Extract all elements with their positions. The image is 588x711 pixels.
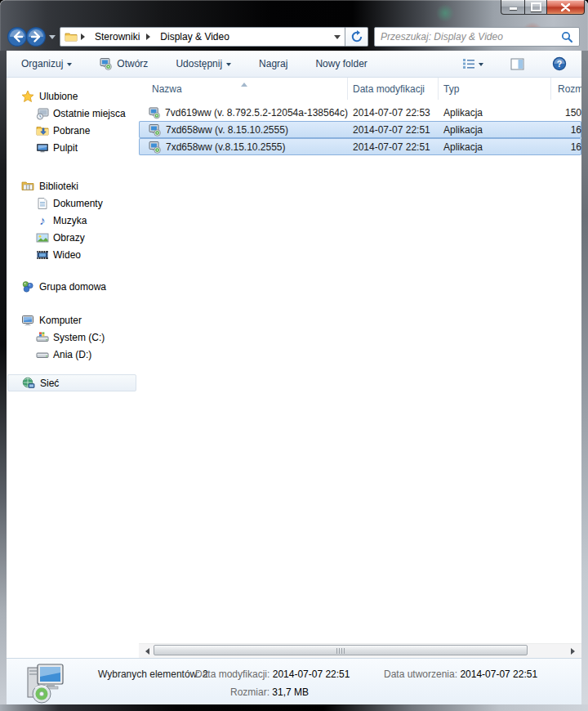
navigation-pane: Ulubione Ostatnie miejsca <box>7 78 139 658</box>
size-value: 31,7 MB <box>272 686 309 698</box>
created-label: Data utworzenia: <box>384 669 457 680</box>
file-modified: 2014-07-07 22:53 <box>348 107 439 118</box>
main-area: Ulubione Ostatnie miejsca <box>7 78 581 658</box>
burn-button[interactable]: Nagraj <box>254 55 292 73</box>
organize-label: Organizuj <box>21 58 63 69</box>
search-icon[interactable] <box>561 31 573 43</box>
maximize-icon <box>531 2 541 11</box>
sidebar-item-pictures[interactable]: Obrazy <box>7 229 139 246</box>
file-modified: 2014-07-07 22:51 <box>348 124 439 136</box>
column-header-type[interactable]: Typ <box>439 78 551 100</box>
sidebar-label: Ania (D:) <box>53 349 91 360</box>
sidebar-item-drive-d[interactable]: Ania (D:) <box>7 346 139 363</box>
documents-icon <box>36 197 49 210</box>
installer-app-icon <box>149 141 162 154</box>
selection-count-label: Wybranych elementów: <box>98 669 200 680</box>
views-icon <box>462 58 475 69</box>
svg-text:?: ? <box>557 59 562 69</box>
scroll-right-button[interactable] <box>568 644 581 658</box>
sidebar-item-libraries[interactable]: Biblioteki <box>7 177 139 195</box>
application-icon <box>100 57 113 70</box>
share-button[interactable]: Udostępnij <box>171 55 236 73</box>
maximize-button[interactable] <box>524 0 547 15</box>
open-label: Otwórz <box>117 58 148 69</box>
recent-pages-dropdown[interactable] <box>49 35 56 42</box>
drive-icon <box>36 348 49 361</box>
sidebar-label: Biblioteki <box>39 181 78 192</box>
file-row[interactable]: 7vd619ww (v. 8.792.5.2-12054a-138564c) 2… <box>139 104 581 121</box>
arrow-right-icon <box>571 648 578 655</box>
computer-icon <box>21 314 34 327</box>
column-header-modified[interactable]: Data modyfikacji <box>348 78 439 100</box>
scrollbar-thumb[interactable] <box>154 645 528 655</box>
sidebar-item-network[interactable]: Sieć <box>7 374 136 391</box>
modified-label: Data modyfikacji: <box>195 669 270 680</box>
breadcrumb-arrow-icon <box>146 34 154 40</box>
address-dropdown-icon[interactable] <box>334 35 341 42</box>
open-button[interactable]: Otwórz <box>95 54 153 74</box>
sidebar-item-documents[interactable]: Dokumenty <box>7 195 139 212</box>
sidebar-label: Sieć <box>40 378 59 389</box>
sidebar-label: Pulpit <box>53 142 78 154</box>
chevron-down-icon <box>67 63 72 69</box>
installer-app-icon <box>149 106 161 119</box>
sidebar-label: Grupa domowa <box>39 281 106 293</box>
sidebar-label: Muzyka <box>53 215 87 226</box>
modified-value: 2014-07-07 22:51 <box>273 669 350 680</box>
file-type: Aplikacja <box>439 107 551 118</box>
command-bar: Organizuj Otwórz Udostępnij Nagr <box>7 51 581 78</box>
refresh-icon <box>350 30 363 43</box>
file-row[interactable]: 7xd658ww (v. 8.15.10.2555) 2014-07-07 22… <box>139 121 581 138</box>
sidebar-item-music[interactable]: ♪ Muzyka <box>7 212 139 229</box>
column-header-size[interactable]: Rozmiar <box>551 78 581 100</box>
close-button[interactable] <box>547 0 585 15</box>
scrollbar-track[interactable] <box>153 644 568 658</box>
share-label: Udostępnij <box>176 58 222 69</box>
details-pane: Wybranych elementów: 2 Data modyfikacji:… <box>7 658 581 704</box>
file-modified: 2014-07-07 22:51 <box>348 141 439 153</box>
new-folder-button[interactable]: Nowy folder <box>310 55 372 73</box>
address-bar[interactable]: Sterowniki Display & Video <box>60 27 345 47</box>
window-border-right <box>581 51 588 704</box>
refresh-button[interactable] <box>345 27 368 47</box>
search-box[interactable]: Przeszukaj: Display & Video <box>374 27 580 47</box>
file-rows: 7vd619ww (v. 8.792.5.2-12054a-138564c) 2… <box>139 104 581 155</box>
sidebar-item-downloads[interactable]: Pobrane <box>7 122 139 139</box>
sidebar-item-desktop[interactable]: Pulpit <box>7 139 139 156</box>
selected-items-icon <box>24 660 69 704</box>
sidebar-item-computer[interactable]: Komputer <box>7 311 139 329</box>
file-name: 7vd619ww (v. 8.792.5.2-12054a-138564c) <box>165 107 348 118</box>
column-headers: Nazwa Data modyfikacji Typ Rozmiar <box>139 78 581 100</box>
forward-button[interactable] <box>25 26 47 47</box>
installer-app-icon <box>149 123 162 136</box>
window-border-bottom <box>0 704 588 711</box>
file-row[interactable]: 7xd658ww (v.8.15.10.2555) 2014-07-07 22:… <box>139 138 581 155</box>
breadcrumb-item-display-video[interactable]: Display & Video <box>157 29 233 45</box>
minimize-button[interactable] <box>501 0 524 15</box>
file-list: Nazwa Data modyfikacji Typ Rozmiar <box>139 78 581 658</box>
change-view-button[interactable] <box>458 55 488 73</box>
sidebar-item-drive-c[interactable]: System (C:) <box>7 329 139 346</box>
sidebar-label: Pobrane <box>53 125 90 136</box>
minimize-icon <box>510 7 517 10</box>
sidebar-item-recent-places[interactable]: Ostatnie miejsca <box>7 105 139 122</box>
new-folder-label: Nowy folder <box>315 58 367 69</box>
help-button[interactable]: ? <box>547 53 572 74</box>
sidebar-label: Dokumenty <box>53 198 103 209</box>
file-list-empty-area[interactable] <box>139 155 581 643</box>
organize-button[interactable]: Organizuj <box>16 55 77 73</box>
breadcrumb-item-sterowniki[interactable]: Sterowniki <box>91 29 143 45</box>
size-label: Rozmiar: <box>230 686 270 698</box>
sidebar-item-homegroup[interactable]: Grupa domowa <box>7 278 139 295</box>
file-type: Aplikacja <box>439 124 551 136</box>
libraries-icon <box>21 180 34 193</box>
scroll-left-button[interactable] <box>139 644 153 658</box>
sidebar-item-videos[interactable]: Wideo <box>7 246 139 263</box>
created-field: Data utworzenia: 2014-07-07 22:51 <box>384 669 537 680</box>
explorer-window: Sterowniki Display & Video Przeszukaj: D… <box>0 0 588 711</box>
window-controls <box>501 0 585 15</box>
sidebar-item-favorites[interactable]: Ulubione <box>7 87 139 105</box>
sidebar-label: Obrazy <box>53 232 85 244</box>
preview-pane-button[interactable] <box>506 55 529 74</box>
close-icon <box>561 3 570 11</box>
